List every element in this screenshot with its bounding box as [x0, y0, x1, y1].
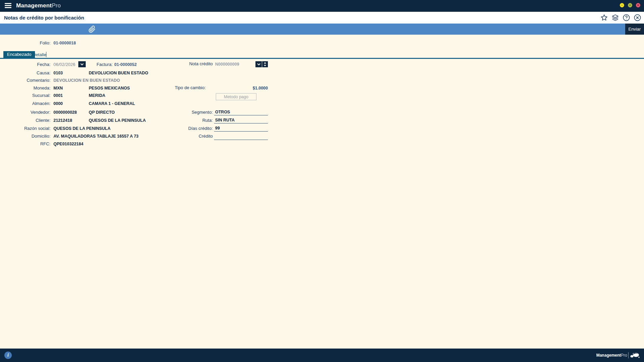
dias-credito-label: Días crédito: — [146, 126, 213, 131]
razon-social-value: QUESOS DE LA PENINSULA — [53, 126, 111, 131]
cliente-label: Cliente: — [0, 118, 50, 123]
almacen-desc: CAMARA 1 - GENERAL — [89, 101, 135, 106]
comentario-label: Comentario: — [0, 78, 50, 83]
razon-social-label: Razón social: — [0, 126, 50, 131]
ruta-field[interactable]: SIN RUTA — [214, 117, 268, 123]
comentario-value[interactable]: DEVOLUCION EN BUEN ESTADO — [53, 78, 120, 83]
rfc-value: QPE010322184 — [53, 141, 83, 147]
toolbar: Enviar — [0, 24, 644, 35]
footer-brand-light: Pro — [621, 353, 627, 358]
almacen-code[interactable]: 0000 — [53, 101, 63, 106]
chevron-down-icon — [257, 62, 261, 66]
window-minimize-button[interactable]: − — [620, 3, 624, 7]
segmento-label: Segmento: — [146, 110, 213, 115]
window-maximize-button[interactable]: + — [628, 3, 632, 7]
moneda-code[interactable]: MXN — [53, 85, 63, 91]
nota-credito-dropdown-button[interactable] — [255, 61, 262, 67]
folio-label: Folio: — [0, 40, 50, 46]
sucursal-label: Sucursal: — [0, 93, 50, 98]
tipo-cambio-value: $1.0000 — [214, 85, 268, 91]
title-bar-actions — [600, 14, 641, 22]
domicilio-value: AV. MAQUILADORAS TABLAJE 16557 A 73 — [53, 134, 138, 139]
app-window: ManagementPro − + ✕ Notas de crédito por… — [0, 0, 644, 362]
metodo-pago-button[interactable]: Metodo pago — [216, 93, 256, 100]
up-down-spinner-icon — [264, 62, 267, 66]
tab-underline — [0, 58, 644, 59]
footer-brand: ManagementPro — [596, 353, 627, 358]
brand-bold: Management — [16, 2, 52, 9]
send-button[interactable]: Enviar — [625, 24, 644, 35]
factura-label: Factura: — [62, 62, 113, 67]
tab-encabezado[interactable]: Encabezado — [3, 51, 35, 58]
causa-label: Causa: — [0, 70, 50, 76]
rfc-label: RFC: — [0, 141, 50, 147]
factura-value: 01-0000052 — [114, 62, 137, 67]
causa-code[interactable]: 0103 — [53, 70, 63, 76]
moneda-label: Moneda: — [0, 85, 50, 91]
hamburger-menu-icon[interactable] — [5, 3, 11, 9]
layers-icon[interactable] — [611, 14, 619, 22]
cliente-desc: QUESOS DE LA PENINSULA — [89, 118, 146, 123]
fecha-label: Fecha: — [0, 62, 50, 67]
segmento-field[interactable]: OTROS — [214, 109, 268, 115]
window-controls: − + ✕ — [620, 3, 640, 7]
vendedor-code[interactable]: 0000000028 — [53, 110, 77, 115]
top-bar: ManagementPro − + ✕ — [0, 0, 644, 12]
nota-credito-label: Nota crédito — [146, 61, 213, 67]
text-caret — [46, 52, 46, 57]
vendedor-label: Vendedor: — [0, 110, 50, 115]
credito-field[interactable] — [214, 134, 268, 140]
help-icon[interactable] — [622, 14, 630, 22]
footer-brand-bold: Management — [596, 353, 621, 358]
almacen-label: Almacén: — [0, 101, 50, 106]
footer-bar: i ManagementPro — [0, 349, 644, 362]
tipo-cambio-label: Tipo de cambio: — [138, 85, 206, 90]
cliente-code[interactable]: 21212418 — [53, 118, 72, 123]
footer-logo-icon — [629, 352, 640, 359]
sucursal-desc: MERIDA — [89, 93, 105, 98]
footer-separator — [628, 352, 629, 358]
dias-credito-field[interactable]: 99 — [214, 125, 268, 132]
causa-desc: DEVOLUCION BUEN ESTADO — [89, 70, 148, 76]
ruta-label: Ruta: — [146, 118, 213, 123]
brand-light: Pro — [52, 2, 61, 9]
folio-value: 01-0000018 — [53, 40, 76, 46]
star-icon[interactable] — [600, 14, 608, 22]
close-icon[interactable] — [634, 14, 641, 22]
tab-strip: Encabezado Detalle — [0, 51, 644, 60]
vendedor-desc: QP DIRECTO — [89, 110, 115, 115]
page-title: Notas de crédito por bonificación — [4, 15, 84, 21]
domicilio-label: Domicilio: — [0, 134, 50, 139]
title-bar: Notas de crédito por bonificación — [0, 12, 644, 24]
paperclip-icon[interactable] — [88, 26, 96, 33]
nota-credito-spinner-button[interactable] — [262, 61, 268, 67]
tab-detalle[interactable]: Detalle — [33, 52, 46, 58]
window-close-button[interactable]: ✕ — [636, 3, 640, 7]
nota-credito-value[interactable]: N000000009 — [215, 62, 239, 67]
sucursal-code[interactable]: 0001 — [53, 93, 63, 98]
info-icon[interactable]: i — [4, 352, 12, 359]
credito-label: Crédito — [146, 134, 213, 139]
moneda-desc: PESOS MEXICANOS — [89, 85, 130, 91]
form-content: Folio: 01-0000018 Encabezado Detalle Fec… — [0, 35, 644, 349]
app-logo: ManagementPro — [16, 2, 61, 9]
